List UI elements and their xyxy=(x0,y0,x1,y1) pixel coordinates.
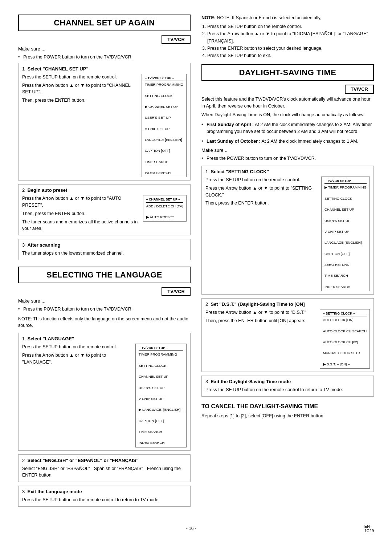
daylight-step-1-text: Press the SETUP button on the remote con… xyxy=(205,177,318,291)
daylight-step-2-text: Press the Arrow button ▲ or ▼ to point t… xyxy=(205,309,317,369)
channel-step-3-title: 3 After scanning xyxy=(22,242,187,248)
language-step-2-text: Select "ENGLISH" or "ESPAÑOL"= Spanish o… xyxy=(22,465,187,479)
daylight-bullet-1: First Sunday of April : At 2 AM the cloc… xyxy=(201,121,374,135)
language-step-1-text: Press the SETUP button on the remote con… xyxy=(22,344,132,447)
right-column: NOTE: NOTE: If Spanish or French is sele… xyxy=(201,15,374,513)
channel-step-3-text: The tuner stops on the lowest memorized … xyxy=(22,250,187,257)
channel-make-sure: Make sure ... xyxy=(18,46,191,52)
language-note: NOTE: This function effects only the lan… xyxy=(18,316,191,329)
daylight-intro-2: When Daylight-Saving Time is ON, the clo… xyxy=(201,112,374,118)
language-step-3-title: 3 Exit the Language mode xyxy=(22,489,187,494)
language-step-2: 2 Select "ENGLISH" or "ESPAÑOL" or "FRAN… xyxy=(18,454,191,482)
daylight-step-2-menu: – SETTING CLOCK – AUTO CLOCK [ON] AUTO C… xyxy=(320,309,370,369)
language-step-3: 3 Exit the Language mode Press the SETUP… xyxy=(18,486,191,507)
channel-step-2-text: Press the Arrow button ▲ or ▼ to point t… xyxy=(22,195,140,232)
language-section: SELECTING THE LANGUAGE TV/VCR Make sure … xyxy=(18,267,191,507)
daylight-title: DAYLIGHT-SAVING TIME xyxy=(201,64,374,81)
language-step-2-title: 2 Select "ENGLISH" or "ESPAÑOL" or "FRAN… xyxy=(22,458,187,463)
footer-right: EN 1C29 xyxy=(364,524,374,533)
channel-tv-vcr-badge: TV/VCR xyxy=(162,35,191,44)
channel-bullet: Press the POWER button to turn on the TV… xyxy=(18,54,191,61)
daylight-step-1-menu: – TV/VCR SETUP – ▶TIMER PROGRAMMING SETT… xyxy=(321,177,370,291)
language-step-3-text: Press the SETUP button on the remote con… xyxy=(22,497,187,503)
daylight-bullet-1-bold: First Sunday of April : xyxy=(207,122,254,127)
note-bold: NOTE: xyxy=(201,15,216,20)
language-step-1-menu: – TV/VCR SETUP – TIMER PROGRAMMING SETTI… xyxy=(135,344,187,447)
page-container: CHANNEL SET UP AGAIN TV/VCR Make sure ..… xyxy=(18,15,374,533)
note-step-2: Press the Arrow button ▲ or ▼ to point t… xyxy=(207,30,374,45)
language-step-1-content: Press the SETUP button on the remote con… xyxy=(22,344,187,447)
daylight-intro-1: Select this feature and the TV/DVD/VCR's… xyxy=(201,96,374,110)
channel-step-1-content: Press the SETUP button on the remote con… xyxy=(22,74,187,178)
daylight-section: DAYLIGHT-SAVING TIME TV/VCR Select this … xyxy=(201,64,374,397)
channel-step-1: 1 Select "CHANNEL SET UP" Press the SETU… xyxy=(18,63,191,181)
channel-step-1-text: Press the SETUP button on the remote con… xyxy=(22,74,139,178)
channel-badge-row: TV/VCR xyxy=(18,35,191,46)
page-number: - 16 - xyxy=(18,526,364,531)
language-make-sure: Make sure ... xyxy=(18,298,191,304)
daylight-step-1-content: Press the SETUP button on the remote con… xyxy=(205,177,370,291)
daylight-bullet-2-bold: Last Sunday of October : xyxy=(207,139,261,144)
daylight-step-2: 2 Set "D.S.T." (Daylight-Saving Time to … xyxy=(201,298,374,372)
daylight-tv-vcr-badge: TV/VCR xyxy=(345,85,374,94)
daylight-step-3: 3 Exit the Daylight-Saving Time mode Pre… xyxy=(201,376,374,397)
left-column: CHANNEL SET UP AGAIN TV/VCR Make sure ..… xyxy=(18,15,191,513)
language-title: SELECTING THE LANGUAGE xyxy=(18,267,191,283)
language-tv-vcr-badge: TV/VCR xyxy=(162,287,191,296)
language-bullet: Press the POWER button to turn on the TV… xyxy=(18,306,191,313)
language-step-1: 1 Select "LANGUAGE" Press the SETUP butt… xyxy=(18,333,191,451)
daylight-step-2-content: Press the Arrow button ▲ or ▼ to point t… xyxy=(205,309,370,369)
channel-step-3: 3 After scanning The tuner stops on the … xyxy=(18,239,191,260)
page-footer: - 16 - EN 1C29 xyxy=(18,524,374,533)
note-step-4: Press the SETUP button to exit. xyxy=(207,52,374,59)
channel-step-2-menu: – CHANNEL SET UP – ADD / DELETE CH (TV) … xyxy=(143,195,187,222)
two-column-layout: CHANNEL SET UP AGAIN TV/VCR Make sure ..… xyxy=(18,15,374,513)
cancel-text: Repeat steps [1] to [2], select [OFF] us… xyxy=(201,413,374,420)
right-note-steps: Press the SETUP button on the remote con… xyxy=(207,23,374,59)
cancel-section: TO CANCEL THE DAYLIGHT-SAVING TIME Repea… xyxy=(201,403,374,420)
note-step-1: Press the SETUP button on the remote con… xyxy=(207,23,374,30)
note-step-3: Press the ENTER button to select your de… xyxy=(207,45,374,52)
daylight-badge-row: TV/VCR xyxy=(201,85,374,96)
channel-setup-section: CHANNEL SET UP AGAIN TV/VCR Make sure ..… xyxy=(18,15,191,260)
channel-setup-title: CHANNEL SET UP AGAIN xyxy=(18,15,191,31)
language-step-1-title: 1 Select "LANGUAGE" xyxy=(22,336,187,341)
channel-step-2: 2 Begin auto preset Press the Arrow butt… xyxy=(18,184,191,235)
daylight-make-sure: Make sure ... xyxy=(201,147,374,153)
language-badge-row: TV/VCR xyxy=(18,287,191,298)
channel-step-1-menu: – TV/VCR SETUP – TIMER PROGRAMMING SETTI… xyxy=(142,74,187,178)
daylight-bullet-2: Last Sunday of October : At 2 AM the clo… xyxy=(201,138,374,145)
daylight-step-1-title: 1 Select "SETTING CLOCK" xyxy=(205,169,370,174)
right-note: NOTE: NOTE: If Spanish or French is sele… xyxy=(201,15,374,21)
daylight-power-bullet: Press the POWER button to turn on the TV… xyxy=(201,155,374,162)
daylight-bullet-2-text: At 2 AM the clock immediately changes to… xyxy=(261,139,359,144)
cancel-title: TO CANCEL THE DAYLIGHT-SAVING TIME xyxy=(201,403,374,410)
daylight-step-3-title: 3 Exit the Daylight-Saving Time mode xyxy=(205,379,370,384)
daylight-step-2-title: 2 Set "D.S.T." (Daylight-Saving Time to … xyxy=(205,301,370,307)
channel-step-1-title: 1 Select "CHANNEL SET UP" xyxy=(22,66,187,72)
channel-step-2-content: Press the Arrow button ▲ or ▼ to point t… xyxy=(22,195,187,232)
daylight-step-3-text: Press the SETUP button on the remote con… xyxy=(205,386,370,393)
channel-step-2-title: 2 Begin auto preset xyxy=(22,187,187,193)
daylight-step-1: 1 Select "SETTING CLOCK" Press the SETUP… xyxy=(201,166,374,295)
